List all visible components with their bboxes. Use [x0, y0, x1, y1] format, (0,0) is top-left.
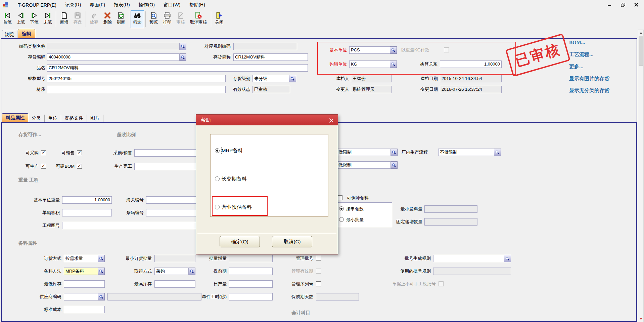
unit-time-field[interactable]: [229, 293, 273, 300]
link-show-with-image[interactable]: 显示有图片的存货: [569, 76, 609, 82]
lookup-icon[interactable]: [289, 75, 296, 82]
link-show-unclassified[interactable]: 显示无分类的存货: [569, 87, 609, 94]
item-code-field[interactable]: 400400008: [47, 53, 186, 61]
lead-time-field[interactable]: [229, 268, 273, 275]
supplier-code-value[interactable]: [64, 293, 98, 300]
purchasable-checkbox[interactable]: [41, 150, 46, 155]
acquire-mode-value[interactable]: 采购: [154, 268, 189, 275]
prod-finish-field[interactable]: [134, 163, 201, 170]
backflush-checkbox[interactable]: [337, 195, 342, 200]
producible-checkbox[interactable]: [41, 164, 46, 169]
option-long-leadtime-label[interactable]: 长交期备料: [222, 175, 247, 182]
vertical-scrollbar[interactable]: [638, 30, 644, 322]
sellable-checkbox[interactable]: [77, 150, 82, 155]
restriction-field-2[interactable]: 不做限制: [332, 161, 398, 169]
option-long-leadtime-radio[interactable]: [215, 176, 220, 181]
lookup-icon[interactable]: [180, 53, 186, 61]
tab-browse[interactable]: 浏览: [2, 30, 17, 38]
drawing-no-field[interactable]: [62, 222, 201, 229]
scrollbar-thumb[interactable]: [639, 36, 643, 66]
lookup-icon[interactable]: [98, 293, 105, 300]
tab-edit[interactable]: 编辑: [18, 29, 35, 38]
restriction-field-1[interactable]: 不做限制: [332, 149, 398, 156]
base-weight-field[interactable]: 1.00000: [62, 196, 112, 204]
link-bom[interactable]: BOM...: [569, 40, 585, 45]
lookup-icon[interactable]: [98, 268, 105, 275]
menu-interface[interactable]: 界面(F): [85, 1, 109, 9]
order-mode-value[interactable]: 按需求量: [64, 255, 98, 262]
lookup-icon[interactable]: [494, 149, 501, 156]
daily-output-field[interactable]: [229, 280, 273, 288]
supplier-code-field[interactable]: [64, 293, 105, 300]
print-button[interactable]: 打印: [160, 10, 174, 28]
dialog-ok-button[interactable]: 确定(Q): [220, 236, 260, 247]
batch-rule-field[interactable]: [433, 255, 511, 262]
lookup-icon[interactable]: [391, 149, 398, 156]
spec-field[interactable]: 250*240*35: [47, 75, 226, 82]
issue-by-request-radio[interactable]: [339, 206, 344, 211]
min-batch-radio[interactable]: [339, 217, 344, 222]
lookup-icon[interactable]: [391, 161, 398, 169]
max-stock-field[interactable]: [154, 280, 195, 288]
level-value[interactable]: 未分级: [252, 75, 289, 82]
item-code-value[interactable]: 400400008: [47, 53, 180, 61]
restriction-value-1[interactable]: 不做限制: [332, 149, 391, 156]
order-mode-field[interactable]: 按需求量: [64, 255, 105, 262]
new-button[interactable]: 新增: [57, 10, 71, 28]
base-unit-value[interactable]: PCS: [349, 46, 390, 54]
scroll-up-icon[interactable]: [639, 30, 643, 35]
next-record-button[interactable]: 下笔: [28, 10, 41, 28]
delete-button[interactable]: 删除: [101, 10, 114, 28]
factory-flow-value[interactable]: 不做限制: [438, 149, 494, 156]
base-unit-field[interactable]: PCS: [349, 46, 397, 54]
tab-item-attributes[interactable]: 料品属性: [2, 113, 28, 122]
tab-images[interactable]: 图片: [87, 115, 103, 122]
purchase-sale-field[interactable]: [134, 149, 201, 157]
lookup-icon[interactable]: [390, 61, 397, 68]
refresh-button[interactable]: 刷新: [114, 10, 128, 28]
prep-method-field[interactable]: MRP备料: [64, 268, 105, 275]
option-business-forecast-radio[interactable]: [215, 205, 220, 209]
tab-qualification-files[interactable]: 资格文件: [61, 115, 87, 122]
manage-batch-checkbox[interactable]: [316, 256, 321, 261]
item-abbr-field[interactable]: CR12MOV精料: [233, 53, 308, 61]
factory-flow-field[interactable]: 不做限制: [438, 149, 501, 156]
coding-category-field[interactable]: [47, 43, 186, 50]
close-window-button[interactable]: 关闭: [213, 10, 226, 28]
box-volume-field[interactable]: [62, 209, 112, 216]
restore-icon[interactable]: [618, 1, 627, 8]
lookup-icon[interactable]: [390, 46, 397, 54]
dialog-cancel-button[interactable]: 取消(C): [272, 236, 312, 247]
item-name-field[interactable]: CR12MOV精料: [47, 64, 308, 72]
preview-button[interactable]: 预览: [147, 10, 160, 28]
last-record-button[interactable]: 末笔: [41, 10, 54, 28]
lookup-icon[interactable]: [180, 43, 186, 50]
dialog-close-icon[interactable]: [328, 117, 334, 124]
customs-code-field[interactable]: [146, 196, 201, 204]
acquire-mode-field[interactable]: 采购: [154, 268, 195, 275]
restriction-value-2[interactable]: 不做限制: [332, 161, 391, 169]
link-process-flow[interactable]: 工艺流程...: [569, 51, 594, 58]
option-mrp-label[interactable]: MRP备料: [222, 147, 243, 154]
menu-report[interactable]: 报表(R): [109, 1, 134, 9]
filter-button[interactable]: 筛选: [131, 10, 144, 28]
cancel-audit-button[interactable]: 取消审核: [187, 10, 210, 28]
conversion-field[interactable]: 1.00000: [440, 61, 502, 68]
tab-classification[interactable]: 分类: [28, 115, 45, 122]
std-cost-field[interactable]: [64, 306, 105, 313]
level-field[interactable]: 未分级: [252, 75, 296, 82]
min-stock-field[interactable]: [64, 280, 105, 288]
trade-unit-value[interactable]: KG: [349, 61, 390, 68]
lookup-icon[interactable]: [504, 255, 511, 262]
coding-category-value[interactable]: [47, 43, 180, 50]
menu-window[interactable]: 窗口(W): [159, 1, 185, 9]
barcode-field[interactable]: [146, 209, 201, 216]
trade-unit-field[interactable]: KG: [349, 61, 397, 68]
batch-rule-value[interactable]: [433, 255, 504, 262]
option-business-forecast-label[interactable]: 营业预估备料: [222, 204, 252, 210]
manage-serial-checkbox[interactable]: [316, 281, 321, 286]
scroll-down-icon[interactable]: [639, 316, 643, 321]
lookup-icon[interactable]: [189, 268, 195, 275]
menu-help[interactable]: 帮助(H): [185, 1, 209, 9]
prev-record-button[interactable]: 上笔: [14, 10, 28, 28]
